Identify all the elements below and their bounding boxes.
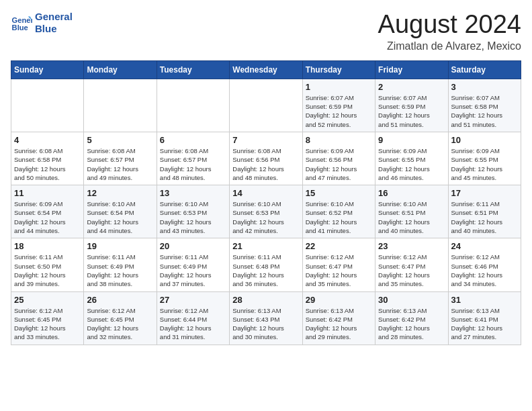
calendar-cell: 30Sunrise: 6:13 AM Sunset: 6:42 PM Dayli…: [375, 291, 448, 345]
day-number: 3: [451, 82, 518, 92]
cell-info: Sunrise: 6:13 AM Sunset: 6:41 PM Dayligh…: [451, 306, 518, 342]
calendar-cell: 19Sunrise: 6:11 AM Sunset: 6:49 PM Dayli…: [84, 238, 157, 291]
calendar-cell: 14Sunrise: 6:10 AM Sunset: 6:53 PM Dayli…: [230, 185, 302, 238]
cell-info: Sunrise: 6:11 AM Sunset: 6:49 PM Dayligh…: [87, 253, 153, 288]
day-number: 25: [14, 295, 81, 305]
cell-info: Sunrise: 6:13 AM Sunset: 6:43 PM Dayligh…: [232, 306, 299, 342]
calendar-cell: 25Sunrise: 6:12 AM Sunset: 6:45 PM Dayli…: [11, 291, 84, 345]
calendar-cell: 11Sunrise: 6:09 AM Sunset: 6:54 PM Dayli…: [11, 185, 84, 238]
cell-info: Sunrise: 6:13 AM Sunset: 6:42 PM Dayligh…: [306, 306, 372, 342]
calendar-cell: 24Sunrise: 6:12 AM Sunset: 6:46 PM Dayli…: [448, 238, 521, 291]
calendar-cell: 23Sunrise: 6:12 AM Sunset: 6:47 PM Dayli…: [375, 238, 448, 291]
day-number: 27: [160, 295, 226, 305]
day-number: 13: [160, 188, 226, 198]
day-number: 2: [378, 82, 445, 92]
day-number: 24: [451, 241, 518, 251]
calendar-cell: 7Sunrise: 6:08 AM Sunset: 6:56 PM Daylig…: [230, 132, 302, 185]
day-number: 26: [87, 295, 153, 305]
calendar-cell: 12Sunrise: 6:10 AM Sunset: 6:54 PM Dayli…: [84, 185, 157, 238]
calendar-cell: 15Sunrise: 6:10 AM Sunset: 6:52 PM Dayli…: [302, 185, 375, 238]
calendar-cell: 29Sunrise: 6:13 AM Sunset: 6:42 PM Dayli…: [302, 291, 375, 345]
calendar-week-row: 4Sunrise: 6:08 AM Sunset: 6:58 PM Daylig…: [11, 132, 521, 185]
day-number: 10: [451, 135, 518, 145]
calendar-header-row: SundayMondayTuesdayWednesdayThursdayFrid…: [11, 60, 521, 79]
calendar-cell: 18Sunrise: 6:11 AM Sunset: 6:50 PM Dayli…: [11, 238, 84, 291]
location-title: Zimatlan de Alvarez, Mexico: [378, 40, 521, 52]
calendar-cell: 4Sunrise: 6:08 AM Sunset: 6:58 PM Daylig…: [11, 132, 84, 185]
day-header-sunday: Sunday: [11, 60, 84, 79]
day-number: 9: [378, 135, 445, 145]
month-year-title: August 2024: [378, 11, 521, 39]
day-number: 4: [14, 135, 81, 145]
cell-info: Sunrise: 6:08 AM Sunset: 6:56 PM Dayligh…: [232, 146, 299, 182]
calendar-week-row: 11Sunrise: 6:09 AM Sunset: 6:54 PM Dayli…: [11, 185, 521, 238]
day-header-thursday: Thursday: [302, 60, 375, 79]
calendar-cell: 2Sunrise: 6:07 AM Sunset: 6:59 PM Daylig…: [375, 79, 448, 132]
calendar-cell: 31Sunrise: 6:13 AM Sunset: 6:41 PM Dayli…: [448, 291, 521, 345]
calendar-cell: 26Sunrise: 6:12 AM Sunset: 6:45 PM Dayli…: [84, 291, 157, 345]
calendar-cell: [230, 79, 302, 132]
day-number: 11: [14, 188, 81, 198]
day-number: 23: [378, 241, 445, 251]
svg-text:Blue: Blue: [12, 24, 28, 32]
day-number: 8: [306, 135, 372, 145]
day-number: 20: [160, 241, 226, 251]
calendar-cell: [157, 79, 229, 132]
day-number: 7: [232, 135, 299, 145]
cell-info: Sunrise: 6:11 AM Sunset: 6:49 PM Dayligh…: [160, 253, 226, 288]
cell-info: Sunrise: 6:07 AM Sunset: 6:59 PM Dayligh…: [306, 93, 372, 129]
cell-info: Sunrise: 6:12 AM Sunset: 6:45 PM Dayligh…: [87, 306, 153, 342]
day-number: 18: [14, 241, 81, 251]
logo-line2: Blue: [35, 23, 73, 35]
logo-line1: General: [35, 11, 73, 23]
day-header-tuesday: Tuesday: [157, 60, 229, 79]
day-number: 6: [160, 135, 226, 145]
day-number: 5: [87, 135, 153, 145]
day-number: 14: [232, 188, 299, 198]
cell-info: Sunrise: 6:12 AM Sunset: 6:46 PM Dayligh…: [451, 253, 518, 288]
calendar-week-row: 1Sunrise: 6:07 AM Sunset: 6:59 PM Daylig…: [11, 79, 521, 132]
day-number: 22: [306, 241, 372, 251]
logo-icon: General Blue: [11, 12, 32, 34]
logo: General Blue General Blue: [11, 11, 73, 35]
calendar-cell: 1Sunrise: 6:07 AM Sunset: 6:59 PM Daylig…: [302, 79, 375, 132]
calendar-cell: 6Sunrise: 6:08 AM Sunset: 6:57 PM Daylig…: [157, 132, 229, 185]
calendar-cell: 27Sunrise: 6:12 AM Sunset: 6:44 PM Dayli…: [157, 291, 229, 345]
calendar-cell: [11, 79, 84, 132]
cell-info: Sunrise: 6:09 AM Sunset: 6:56 PM Dayligh…: [306, 146, 372, 182]
cell-info: Sunrise: 6:12 AM Sunset: 6:47 PM Dayligh…: [378, 253, 445, 288]
day-header-monday: Monday: [84, 60, 157, 79]
calendar-cell: 8Sunrise: 6:09 AM Sunset: 6:56 PM Daylig…: [302, 132, 375, 185]
cell-info: Sunrise: 6:13 AM Sunset: 6:42 PM Dayligh…: [378, 306, 445, 342]
cell-info: Sunrise: 6:08 AM Sunset: 6:58 PM Dayligh…: [14, 146, 81, 182]
day-number: 17: [451, 188, 518, 198]
cell-info: Sunrise: 6:10 AM Sunset: 6:53 PM Dayligh…: [232, 199, 299, 235]
calendar-cell: 16Sunrise: 6:10 AM Sunset: 6:51 PM Dayli…: [375, 185, 448, 238]
cell-info: Sunrise: 6:11 AM Sunset: 6:48 PM Dayligh…: [232, 253, 299, 288]
day-number: 28: [232, 295, 299, 305]
calendar-cell: 20Sunrise: 6:11 AM Sunset: 6:49 PM Dayli…: [157, 238, 229, 291]
calendar-week-row: 25Sunrise: 6:12 AM Sunset: 6:45 PM Dayli…: [11, 291, 521, 345]
cell-info: Sunrise: 6:07 AM Sunset: 6:59 PM Dayligh…: [378, 93, 445, 129]
day-number: 19: [87, 241, 153, 251]
cell-info: Sunrise: 6:09 AM Sunset: 6:55 PM Dayligh…: [451, 146, 518, 182]
cell-info: Sunrise: 6:12 AM Sunset: 6:47 PM Dayligh…: [306, 253, 372, 288]
calendar-cell: 10Sunrise: 6:09 AM Sunset: 6:55 PM Dayli…: [448, 132, 521, 185]
day-number: 16: [378, 188, 445, 198]
cell-info: Sunrise: 6:10 AM Sunset: 6:53 PM Dayligh…: [160, 199, 226, 235]
day-number: 29: [306, 295, 372, 305]
cell-info: Sunrise: 6:11 AM Sunset: 6:50 PM Dayligh…: [14, 253, 81, 288]
cell-info: Sunrise: 6:09 AM Sunset: 6:55 PM Dayligh…: [378, 146, 445, 182]
cell-info: Sunrise: 6:08 AM Sunset: 6:57 PM Dayligh…: [87, 146, 153, 182]
cell-info: Sunrise: 6:12 AM Sunset: 6:44 PM Dayligh…: [160, 306, 226, 342]
cell-info: Sunrise: 6:07 AM Sunset: 6:58 PM Dayligh…: [451, 93, 518, 129]
cell-info: Sunrise: 6:12 AM Sunset: 6:45 PM Dayligh…: [14, 306, 81, 342]
day-number: 15: [306, 188, 372, 198]
cell-info: Sunrise: 6:08 AM Sunset: 6:57 PM Dayligh…: [160, 146, 226, 182]
day-header-wednesday: Wednesday: [230, 60, 302, 79]
day-header-friday: Friday: [375, 60, 448, 79]
calendar-cell: 3Sunrise: 6:07 AM Sunset: 6:58 PM Daylig…: [448, 79, 521, 132]
calendar-cell: [84, 79, 157, 132]
calendar-cell: 17Sunrise: 6:11 AM Sunset: 6:51 PM Dayli…: [448, 185, 521, 238]
calendar-cell: 5Sunrise: 6:08 AM Sunset: 6:57 PM Daylig…: [84, 132, 157, 185]
